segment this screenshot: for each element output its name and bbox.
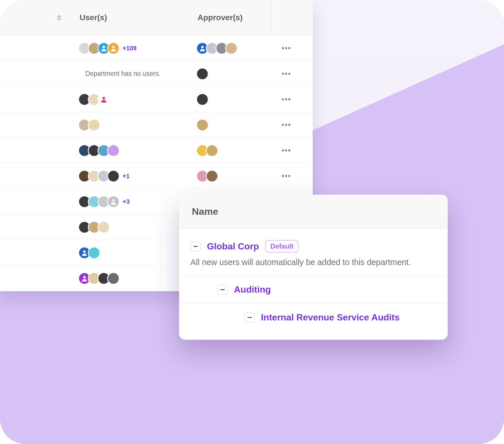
department-tree-card: Name Global Corp Default All new users w… — [179, 195, 448, 340]
row-actions-button[interactable]: ••• — [282, 95, 291, 104]
avatar — [98, 93, 110, 106]
page-background: User(s) Approver(s) +109 — [0, 0, 504, 444]
avatar — [225, 42, 238, 55]
collapse-toggle[interactable] — [217, 285, 228, 295]
department-name-link[interactable]: Internal Revenue Service Audits — [261, 312, 400, 323]
department-name-link[interactable]: Auditing — [234, 284, 271, 295]
avatar — [107, 42, 120, 55]
table-row[interactable]: ••• — [0, 138, 313, 163]
tree-node[interactable]: Global Corp Default All new users will a… — [179, 232, 448, 276]
minus-icon — [247, 317, 252, 318]
column-sort-control[interactable] — [0, 0, 71, 35]
user-avatar-stack — [78, 272, 120, 285]
row-actions-button[interactable]: ••• — [282, 146, 291, 155]
svg-point-0 — [103, 46, 105, 48]
avatar — [107, 144, 120, 157]
svg-point-5 — [83, 250, 86, 253]
row-actions-button[interactable]: ••• — [282, 172, 291, 180]
empty-users-text: Department has no users. — [78, 70, 161, 78]
approver-avatar-stack — [196, 93, 209, 106]
collapse-toggle[interactable] — [190, 241, 201, 251]
user-avatar-stack — [78, 144, 120, 157]
approver-avatar-stack — [196, 170, 218, 182]
user-avatar-stack — [78, 221, 110, 234]
user-overflow-count[interactable]: +109 — [123, 45, 137, 52]
user-avatar-stack — [78, 195, 120, 208]
tree-header: Name — [179, 195, 448, 229]
table-row[interactable]: +1 ••• — [0, 163, 313, 189]
user-avatar-stack — [78, 93, 110, 106]
avatar — [107, 272, 120, 285]
user-overflow-count[interactable]: +3 — [123, 198, 130, 205]
approver-avatar-stack — [196, 144, 218, 157]
department-name-link[interactable]: Global Corp — [207, 241, 259, 252]
sort-icon — [57, 14, 63, 22]
column-header-approvers[interactable]: Approver(s) — [189, 0, 271, 35]
user-overflow-count[interactable]: +1 — [123, 172, 130, 180]
table-header-row: User(s) Approver(s) — [0, 0, 313, 36]
default-badge: Default — [265, 240, 298, 253]
table-row[interactable]: Department has no users. ••• — [0, 61, 313, 87]
svg-point-3 — [103, 97, 105, 99]
avatar — [107, 170, 120, 182]
avatar — [98, 221, 110, 234]
user-avatar-stack — [78, 170, 120, 182]
minus-icon — [193, 246, 198, 247]
svg-point-2 — [201, 46, 204, 48]
avatar — [206, 170, 218, 182]
approver-avatar-stack — [196, 68, 209, 80]
svg-point-1 — [112, 46, 115, 48]
svg-point-4 — [112, 199, 115, 202]
user-avatar-stack — [78, 119, 100, 131]
row-actions-button[interactable]: ••• — [282, 44, 291, 53]
svg-point-6 — [83, 276, 86, 278]
avatar — [206, 144, 218, 157]
avatar — [88, 247, 100, 259]
table-row[interactable]: ••• — [0, 112, 313, 138]
user-avatar-stack — [78, 42, 120, 55]
avatar — [88, 119, 100, 131]
row-actions-button[interactable]: ••• — [282, 69, 291, 78]
avatar — [196, 93, 209, 106]
avatar — [196, 68, 209, 80]
avatar — [196, 119, 209, 131]
minus-icon — [220, 289, 225, 290]
avatar — [107, 195, 120, 208]
approver-avatar-stack — [196, 42, 238, 55]
approver-avatar-stack — [196, 119, 209, 131]
row-actions-button[interactable]: ••• — [282, 120, 291, 129]
tree-body: Global Corp Default All new users will a… — [179, 229, 448, 340]
table-row[interactable]: +109 ••• — [0, 36, 313, 61]
collapse-toggle[interactable] — [244, 312, 255, 323]
tree-header-label: Name — [192, 206, 435, 217]
column-header-users[interactable]: User(s) — [71, 0, 189, 35]
tree-node[interactable]: Internal Revenue Service Audits — [179, 304, 448, 331]
tree-node[interactable]: Auditing — [179, 276, 448, 304]
user-avatar-stack — [78, 247, 100, 259]
department-subtitle: All new users will automatically be adde… — [190, 258, 436, 267]
table-row[interactable]: ••• — [0, 87, 313, 112]
